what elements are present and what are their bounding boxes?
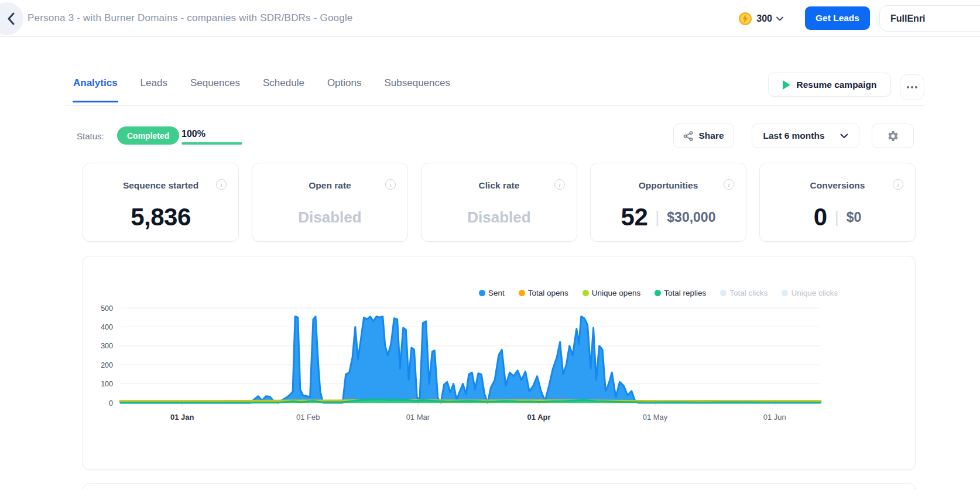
x-axis-tick: 01 Mar xyxy=(406,413,430,422)
y-axis-tick: 200 xyxy=(101,361,113,369)
tab-sequences[interactable]: Sequences xyxy=(190,69,241,102)
progress-percent: 100% xyxy=(181,129,205,139)
ellipsis-icon xyxy=(907,86,909,88)
card-title: Conversions xyxy=(760,180,915,191)
y-axis-tick: 400 xyxy=(101,323,113,331)
share-label: Share xyxy=(698,131,724,141)
chevron-down-icon xyxy=(776,16,783,21)
y-axis-tick: 500 xyxy=(101,304,113,313)
series-area-sent xyxy=(121,317,820,403)
share-button[interactable]: Share xyxy=(673,124,734,148)
analytics-chart: 010020030040050001 Jan01 Feb01 Mar01 Apr… xyxy=(83,256,916,471)
x-axis-tick: 01 Feb xyxy=(296,413,320,422)
card-open-rate: Open rate Disabled xyxy=(252,163,408,242)
card-title: Opportunities xyxy=(591,180,746,191)
info-icon[interactable] xyxy=(893,179,903,190)
card-value: 52 xyxy=(621,203,648,231)
card-value: 5,836 xyxy=(131,203,191,231)
y-axis-tick: 300 xyxy=(101,342,113,350)
x-axis-tick: 01 Jan xyxy=(170,413,194,422)
resume-campaign-button[interactable]: Resume campaign xyxy=(768,73,891,97)
info-icon[interactable] xyxy=(724,179,734,190)
tab-subsequences[interactable]: Subsequences xyxy=(383,69,450,102)
share-icon xyxy=(683,131,693,141)
get-leads-button[interactable]: Get Leads xyxy=(805,6,870,30)
next-section-card xyxy=(83,483,916,490)
analytics-chart-card: SentTotal opensUnique opensTotal replies… xyxy=(83,256,916,470)
card-secondary-value: $0 xyxy=(847,210,862,225)
topbar: Persona 3 - with Burner Domains - compan… xyxy=(0,0,980,37)
card-title: Open rate xyxy=(252,180,407,191)
card-title: Click rate xyxy=(422,180,577,191)
more-options-button[interactable] xyxy=(900,74,924,100)
tab-leads[interactable]: Leads xyxy=(140,69,168,102)
resume-campaign-label: Resume campaign xyxy=(797,80,877,90)
value-separator: | xyxy=(655,208,659,227)
card-click-rate: Click rate Disabled xyxy=(421,163,577,242)
card-secondary-value: $30,000 xyxy=(667,210,715,225)
card-value-disabled: Disabled xyxy=(298,208,361,227)
info-icon[interactable] xyxy=(216,179,227,190)
gear-icon xyxy=(887,130,899,142)
tab-analytics[interactable]: Analytics xyxy=(73,69,118,102)
tab-schedule[interactable]: Schedule xyxy=(262,69,305,102)
card-sequence-started: Sequence started 5,836 xyxy=(83,163,239,242)
play-icon xyxy=(783,80,790,90)
chevron-left-icon xyxy=(6,12,16,25)
card-value: 0 xyxy=(814,203,827,231)
back-button[interactable] xyxy=(0,2,23,35)
y-axis-tick: 0 xyxy=(109,399,113,407)
info-icon[interactable] xyxy=(385,179,396,190)
chevron-down-icon xyxy=(840,133,848,139)
date-range-dropdown[interactable]: Last 6 months xyxy=(752,124,859,148)
page-title: Persona 3 - with Burner Domains - compan… xyxy=(28,12,353,24)
credits-amount: 300 xyxy=(756,13,772,24)
y-axis-tick: 100 xyxy=(101,380,113,388)
card-value-disabled: Disabled xyxy=(467,208,530,227)
x-axis-tick: 01 Apr xyxy=(527,413,551,422)
info-icon[interactable] xyxy=(554,179,565,190)
chart-settings-button[interactable] xyxy=(872,124,914,148)
x-axis-tick: 01 Jun xyxy=(763,413,786,422)
date-range-label: Last 6 months xyxy=(763,131,824,141)
tab-options[interactable]: Options xyxy=(327,69,362,102)
card-conversions: Conversions 0 | $0 xyxy=(759,163,916,242)
status-label: Status: xyxy=(77,131,104,141)
coin-icon xyxy=(738,12,752,26)
progress-bar xyxy=(181,142,242,145)
status-badge: Completed xyxy=(117,126,179,145)
card-title: Sequence started xyxy=(83,180,238,191)
fullenrich-button[interactable]: FullEnri xyxy=(879,5,980,32)
card-opportunities: Opportunities 52 | $30,000 xyxy=(590,163,746,242)
credits-dropdown[interactable]: 300 xyxy=(738,9,783,28)
value-separator: | xyxy=(835,208,839,227)
x-axis-tick: 01 May xyxy=(643,413,668,422)
